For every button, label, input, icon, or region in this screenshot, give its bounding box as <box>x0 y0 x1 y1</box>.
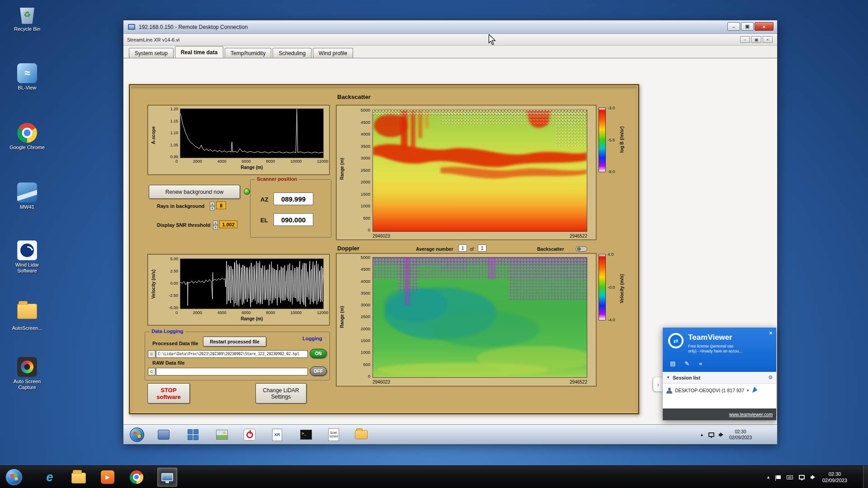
rdp-minimize-button[interactable]: – <box>727 22 740 31</box>
rdp-titlebar[interactable]: 192.168.0.150 - Remote Desktop Connectio… <box>123 20 777 34</box>
app-restore-button[interactable]: ▣ <box>751 36 761 43</box>
tick-label: 2500 <box>361 168 370 173</box>
taskbar-chrome[interactable] <box>127 468 146 487</box>
remote-taskbar-display-grid[interactable] <box>184 426 203 443</box>
average-count-field[interactable]: 1 <box>478 244 486 252</box>
teamviewer-collapse-icon[interactable]: « <box>699 360 702 367</box>
processed-drive-button[interactable]: C <box>148 350 156 358</box>
raw-logging-toggle[interactable]: OFF <box>310 366 327 376</box>
remote-taskbar-xr-document[interactable]: XR <box>268 426 287 443</box>
session-entry-label: DESKTOP-OE0QDVI (1 817 937 <box>675 388 744 393</box>
desktop-icon-recycle-bin[interactable]: ♻ Recycle Bin <box>6 5 48 32</box>
processed-logging-toggle[interactable]: ON <box>310 349 327 358</box>
tab-wind-profile[interactable]: Wind profile <box>313 48 353 58</box>
start-button[interactable] <box>5 469 23 486</box>
remote-network-icon[interactable] <box>708 432 714 437</box>
chevron-down-icon[interactable]: ▼ <box>746 389 750 393</box>
stop-software-button[interactable]: STOP software <box>147 383 190 404</box>
teamviewer-collapse-tab[interactable]: › <box>653 377 663 391</box>
app-close-button[interactable]: × <box>763 36 773 43</box>
app-titlebar[interactable]: StreamLine XR v14-6.vi <box>123 34 777 46</box>
gear-icon[interactable]: ⚙ <box>768 375 773 380</box>
desktop-icon-label: AutoScreen... <box>6 325 48 331</box>
az-value-field[interactable]: 089.999 <box>274 192 313 205</box>
backscatter-colorbar-label: log B (/m/sr) <box>619 113 624 167</box>
desktop-icon-label: Google Chrome <box>6 145 48 150</box>
tick-label: 8000 <box>266 310 275 315</box>
snr-spinner[interactable]: ▲▼ <box>213 221 218 228</box>
logging-label: Logging <box>302 336 322 341</box>
remote-taskbar-command-prompt[interactable]: >_ <box>297 426 316 443</box>
remote-taskbar-photo-viewer[interactable] <box>212 426 231 443</box>
tab-scheduling[interactable]: Scheduling <box>273 48 311 58</box>
desktop-icon-google-chrome[interactable]: Google Chrome <box>6 123 48 150</box>
teamviewer-tools-icon[interactable]: ✎ <box>684 360 689 367</box>
remote-taskbar-folder[interactable] <box>352 426 371 443</box>
desktop-icon-auto-screen-capture[interactable]: Auto Screen Capture <box>6 357 48 390</box>
remote-desktop-icon <box>161 473 173 481</box>
teamviewer-panel: × ⇄ TeamViewer Free license (personal us… <box>663 328 776 420</box>
tab-temp-humidity[interactable]: Temp/humidity <box>225 48 271 58</box>
snr-threshold-label: Display SNR threshold <box>157 222 211 228</box>
teamviewer-session-entry[interactable]: DESKTOP-OE0QDVI (1 817 937 ▼ <box>663 384 776 397</box>
remote-control-pointer-icon[interactable] <box>752 387 758 394</box>
teamviewer-close-icon[interactable]: × <box>769 329 773 337</box>
remote-taskbar-app-window[interactable] <box>154 426 173 443</box>
tab-system-setup[interactable]: System setup <box>129 48 174 58</box>
desktop-icon-autoscreen[interactable]: AutoScreen... <box>6 300 48 331</box>
desktop-icon-mw41[interactable]: MW41 <box>6 183 48 210</box>
teamviewer-link[interactable]: www.teamviewer.com <box>729 412 773 417</box>
teamviewer-logo-icon: ⇄ <box>668 333 684 348</box>
taskbar-internet-explorer[interactable]: e <box>40 468 60 487</box>
ascope-y-ticks: 1.201.151.101.050.99 <box>162 107 178 159</box>
rdp-maximize-button[interactable]: ▣ <box>741 22 754 31</box>
velocity-plot <box>180 258 324 309</box>
taskbar-media-player[interactable]: ▶ <box>98 468 118 487</box>
volume-icon[interactable] <box>811 475 816 480</box>
raw-drive-button[interactable]: C <box>148 368 156 375</box>
desktop-icon-bl-view[interactable]: ≈ BL-View <box>6 63 48 91</box>
system-tray: ▲ 02:30 02/09/2023 <box>766 466 847 488</box>
snr-value-field[interactable]: 1.002 <box>219 221 237 228</box>
rays-spinner[interactable]: ▲▼ <box>210 202 215 209</box>
remote-clock-date: 02/09/2023 <box>729 435 752 440</box>
remote-taskbar-scan-scheduler[interactable]: Scan sched <box>324 426 343 443</box>
el-value-field[interactable]: 090.000 <box>274 213 313 226</box>
processed-path-field[interactable]: C:\Lidar\Data\Proc\2023\202309\20230902\… <box>156 350 308 358</box>
rdp-close-button[interactable]: × <box>755 22 774 31</box>
taskbar-clock[interactable]: 02:30 02/09/2023 <box>822 471 847 483</box>
doppler-group: Range (m) 500045004000350030002500200015… <box>336 253 597 387</box>
keyboard-layout-icon[interactable] <box>787 475 793 479</box>
internet-explorer-icon: e <box>46 470 53 484</box>
remote-tray-expand-icon[interactable]: ▲ <box>700 432 704 437</box>
teamviewer-chat-icon[interactable]: ▤ <box>670 360 675 367</box>
action-center-flag-icon[interactable] <box>776 475 781 479</box>
remote-start-button[interactable] <box>130 427 144 442</box>
taskbar-remote-desktop-active[interactable] <box>157 468 177 487</box>
raw-path-field[interactable] <box>156 368 308 375</box>
tray-expand-icon[interactable]: ▲ <box>766 475 770 479</box>
tick-label: 10000 <box>290 310 302 315</box>
app-minimize-button[interactable]: – <box>740 36 750 43</box>
doppler-x-start: 2946023 <box>373 380 390 385</box>
remote-taskbar-power-off[interactable] <box>240 426 259 443</box>
average-number-field[interactable]: 1 <box>458 244 467 252</box>
rays-value-field[interactable]: 8 <box>216 202 226 209</box>
taskbar-file-explorer[interactable] <box>69 468 89 487</box>
show-desktop-button[interactable] <box>863 465 868 488</box>
renew-background-button[interactable]: Renew background now <box>149 185 240 199</box>
rdp-computer-icon <box>128 24 135 30</box>
remote-volume-icon[interactable] <box>719 432 725 437</box>
change-lidar-settings-button[interactable]: Change LiDAR Settings <box>255 383 307 404</box>
change-settings-line1: Change LiDAR <box>263 387 299 394</box>
remote-clock[interactable]: 02:30 02/09/2023 <box>729 429 752 441</box>
network-icon[interactable] <box>799 475 805 479</box>
backscatter-display-switch[interactable] <box>576 246 587 252</box>
desktop-icon-wind-lidar[interactable]: Wind Lidar Software <box>6 240 48 274</box>
tick-label: -2.50 <box>169 293 178 298</box>
tab-real-time-data[interactable]: Real time data <box>175 46 223 58</box>
user-icon <box>666 388 672 394</box>
backscatter-group: Range (m) 500045004000350030002500200015… <box>336 105 597 240</box>
restart-processed-file-button[interactable]: Restart processed file <box>203 337 266 347</box>
teamviewer-session-list-header[interactable]: ▼ Session list ⚙ <box>663 372 776 384</box>
